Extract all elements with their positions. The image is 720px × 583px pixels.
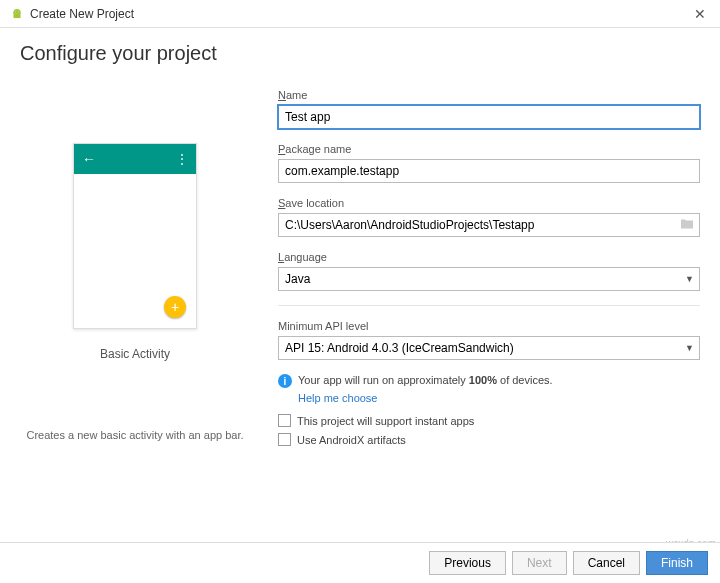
name-label: Name xyxy=(278,89,700,101)
package-label: Package name xyxy=(278,143,700,155)
divider xyxy=(278,305,700,306)
window-title: Create New Project xyxy=(30,7,134,21)
info-icon: i xyxy=(278,374,292,388)
min-api-select[interactable] xyxy=(278,336,700,360)
content: Configure your project ← ⋮ + Basic Activ… xyxy=(0,28,720,452)
info-row: i Your app will run on approximately 100… xyxy=(278,374,700,388)
template-description: Creates a new basic activity with an app… xyxy=(25,429,245,441)
close-icon[interactable]: ✕ xyxy=(690,6,710,22)
name-input[interactable] xyxy=(278,105,700,129)
android-icon xyxy=(10,9,24,19)
next-button: Next xyxy=(512,551,567,575)
fab-icon: + xyxy=(164,296,186,318)
template-name: Basic Activity xyxy=(100,347,170,361)
androidx-checkbox[interactable] xyxy=(278,433,291,446)
language-label: Language xyxy=(278,251,700,263)
save-location-input[interactable] xyxy=(278,213,700,237)
titlebar: Create New Project ✕ xyxy=(0,0,720,28)
package-input[interactable] xyxy=(278,159,700,183)
previous-button[interactable]: Previous xyxy=(429,551,506,575)
page-title: Configure your project xyxy=(20,42,700,65)
preview-column: ← ⋮ + Basic Activity Creates a new basic… xyxy=(20,89,250,452)
back-arrow-icon: ← xyxy=(82,151,96,167)
preview-appbar: ← ⋮ xyxy=(74,144,196,174)
help-link[interactable]: Help me choose xyxy=(298,392,700,404)
svg-point-1 xyxy=(18,11,19,12)
footer: Previous Next Cancel Finish xyxy=(0,542,720,583)
svg-point-0 xyxy=(15,11,16,12)
phone-preview: ← ⋮ + xyxy=(73,143,197,329)
form-column: Name Package name Save location Language xyxy=(278,89,700,452)
save-location-label: Save location xyxy=(278,197,700,209)
svg-rect-2 xyxy=(14,13,21,18)
info-text: Your app will run on approximately 100% … xyxy=(298,374,553,386)
instant-apps-checkbox[interactable] xyxy=(278,414,291,427)
overflow-icon: ⋮ xyxy=(176,152,188,166)
cancel-button[interactable]: Cancel xyxy=(573,551,640,575)
androidx-label: Use AndroidX artifacts xyxy=(297,434,406,446)
language-select[interactable] xyxy=(278,267,700,291)
min-api-label: Minimum API level xyxy=(278,320,700,332)
instant-apps-label: This project will support instant apps xyxy=(297,415,474,427)
finish-button[interactable]: Finish xyxy=(646,551,708,575)
